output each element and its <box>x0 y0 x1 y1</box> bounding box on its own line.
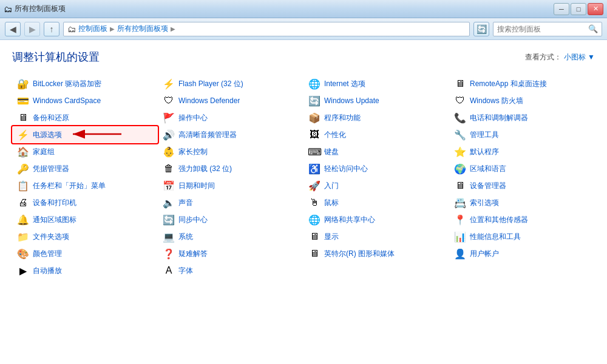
sync-center-label: 同步中心 <box>178 215 208 225</box>
windows-update-icon: 🔄 <box>308 95 320 107</box>
mouse-icon: 🖱 <box>308 197 320 209</box>
folder-options-label: 文件夹选项 <box>33 232 69 242</box>
item-personalization[interactable]: 🖼个性化 <box>304 126 449 143</box>
network-sharing-label: 网络和共享中心 <box>324 215 375 225</box>
sound-icon: 🔈 <box>163 197 175 209</box>
ease-of-access-icon: ♿ <box>308 163 320 175</box>
item-remoteapp[interactable]: 🖥RemoteApp 和桌面连接 <box>449 75 595 92</box>
item-fonts[interactable]: A字体 <box>158 262 304 279</box>
item-default-programs[interactable]: ⭐默认程序 <box>449 143 595 160</box>
item-device-manager[interactable]: 🖥设备管理器 <box>449 177 595 194</box>
item-bitlocker[interactable]: 🔐BitLocker 驱动器加密 <box>12 75 158 92</box>
power-options-icon: ⚡ <box>17 129 29 141</box>
location-sensors-icon: 📍 <box>454 214 466 226</box>
item-network-sharing[interactable]: 🌐网络和共享中心 <box>304 211 449 228</box>
item-backup-restore[interactable]: 🖥备份和还原 <box>12 109 158 126</box>
power-options-label: 电源选项 <box>33 130 62 140</box>
item-keyboard[interactable]: ⌨键盘 <box>304 143 449 160</box>
windows-update-label: Windows Update <box>324 96 379 105</box>
item-index-options[interactable]: 📇索引选项 <box>449 194 595 211</box>
item-flash-player[interactable]: ⚡Flash Player (32 位) <box>158 75 304 92</box>
item-uninstall[interactable]: 🗑强力卸载 (32 位) <box>158 160 304 177</box>
location-sensors-label: 位置和其他传感器 <box>470 215 528 225</box>
display-icon: 🖥 <box>308 231 320 243</box>
breadcrumb-link-controlpanel[interactable]: 控制面板 <box>78 24 107 34</box>
windows-cardspace-label: Windows CardSpace <box>33 96 101 105</box>
address-bar: ◀ ▶ ↑ 🗂 控制面板 ▶ 所有控制面板项 ▶ 🔄 🔍 <box>0 18 607 40</box>
item-location-sensors[interactable]: 📍位置和其他传感器 <box>449 211 595 228</box>
column-0: 🔐BitLocker 驱动器加密💳Windows CardSpace🖥备份和还原… <box>12 75 158 279</box>
item-date-time[interactable]: 📅日期和时间 <box>158 177 304 194</box>
maximize-button[interactable]: □ <box>571 3 586 15</box>
item-performance-info[interactable]: 📊性能信息和工具 <box>449 228 595 245</box>
back-button[interactable]: ◀ <box>5 22 21 36</box>
credential-manager-label: 凭据管理器 <box>33 164 69 174</box>
item-devices-printers[interactable]: 🖨设备和打印机 <box>12 194 158 211</box>
item-action-center[interactable]: 🚩操作中心 <box>158 109 304 126</box>
mouse-label: 鼠标 <box>324 198 339 208</box>
devices-printers-icon: 🖨 <box>17 197 29 209</box>
region-language-icon: 🌍 <box>454 163 466 175</box>
bitlocker-icon: 🔐 <box>17 78 29 90</box>
windows-firewall-label: Windows 防火墙 <box>470 96 523 106</box>
item-windows-update[interactable]: 🔄Windows Update <box>304 92 449 109</box>
personalization-label: 个性化 <box>324 130 346 140</box>
title-bar-left: 🗂 所有控制面板项 <box>4 4 66 14</box>
item-windows-firewall[interactable]: 🛡Windows 防火墙 <box>449 92 595 109</box>
item-hd-audio[interactable]: 🔊高清晰音频管理器 <box>158 126 304 143</box>
window-icon: 🗂 <box>4 4 12 14</box>
item-region-language[interactable]: 🌍区域和语言 <box>449 160 595 177</box>
windows-cardspace-icon: 💳 <box>17 95 29 107</box>
troubleshooting-label: 疑难解答 <box>178 249 208 259</box>
refresh-button[interactable]: 🔄 <box>473 22 489 36</box>
search-input[interactable] <box>497 25 586 33</box>
item-power-options[interactable]: ⚡电源选项 <box>12 126 158 143</box>
item-admin-tools[interactable]: 🔧管理工具 <box>449 126 595 143</box>
programs-features-icon: 📦 <box>308 112 320 124</box>
item-homegroup[interactable]: 🏠家庭组 <box>12 143 158 160</box>
item-credential-manager[interactable]: 🔑凭据管理器 <box>12 160 158 177</box>
item-programs-features[interactable]: 📦程序和功能 <box>304 109 449 126</box>
remoteapp-icon: 🖥 <box>454 78 466 90</box>
item-troubleshooting[interactable]: ❓疑难解答 <box>158 245 304 262</box>
item-phone-modem[interactable]: 📞电话和调制解调器 <box>449 109 595 126</box>
item-intel-graphics[interactable]: 🖥英特尔(R) 图形和媒体 <box>304 245 449 262</box>
keyboard-icon: ⌨ <box>308 146 320 158</box>
item-mouse[interactable]: 🖱鼠标 <box>304 194 449 211</box>
item-user-accounts[interactable]: 👤用户帐户 <box>449 245 595 262</box>
item-windows-defender[interactable]: 🛡Windows Defender <box>158 92 304 109</box>
close-button[interactable]: ✕ <box>588 3 603 15</box>
sync-center-icon: 🔄 <box>163 214 175 226</box>
view-mode-link[interactable]: 小图标 ▼ <box>564 52 595 62</box>
item-sync-center[interactable]: 🔄同步中心 <box>158 211 304 228</box>
item-internet-options[interactable]: 🌐Internet 选项 <box>304 75 449 92</box>
item-parental-controls[interactable]: 👶家长控制 <box>158 143 304 160</box>
item-autoplay[interactable]: ▶自动播放 <box>12 262 158 279</box>
system-label: 系统 <box>178 232 193 242</box>
item-sound[interactable]: 🔈声音 <box>158 194 304 211</box>
device-manager-label: 设备管理器 <box>470 181 506 191</box>
item-color-management[interactable]: 🎨颜色管理 <box>12 245 158 262</box>
item-system[interactable]: 💻系统 <box>158 228 304 245</box>
uninstall-label: 强力卸载 (32 位) <box>178 164 232 174</box>
item-folder-options[interactable]: 📁文件夹选项 <box>12 228 158 245</box>
item-windows-cardspace[interactable]: 💳Windows CardSpace <box>12 92 158 109</box>
system-icon: 💻 <box>163 231 175 243</box>
item-taskbar-start[interactable]: 📋任务栏和「开始」菜单 <box>12 177 158 194</box>
item-notification-area[interactable]: 🔔通知区域图标 <box>12 211 158 228</box>
internet-options-icon: 🌐 <box>308 78 320 90</box>
item-display[interactable]: 🖥显示 <box>304 228 449 245</box>
breadcrumb: 🗂 控制面板 ▶ 所有控制面板项 ▶ <box>63 22 470 36</box>
search-icon[interactable]: 🔍 <box>588 24 598 33</box>
breadcrumb-link-allitems[interactable]: 所有控制面板项 <box>117 24 168 34</box>
item-getting-started[interactable]: 🚀入门 <box>304 177 449 194</box>
bitlocker-label: BitLocker 驱动器加密 <box>33 79 101 89</box>
minimize-button[interactable]: ─ <box>554 3 569 15</box>
item-ease-of-access[interactable]: ♿轻松访问中心 <box>304 160 449 177</box>
performance-info-label: 性能信息和工具 <box>470 232 521 242</box>
user-accounts-icon: 👤 <box>454 248 466 260</box>
device-manager-icon: 🖥 <box>454 180 466 192</box>
phone-modem-icon: 📞 <box>454 112 466 124</box>
up-button[interactable]: ↑ <box>44 22 59 36</box>
parental-controls-icon: 👶 <box>163 146 175 158</box>
